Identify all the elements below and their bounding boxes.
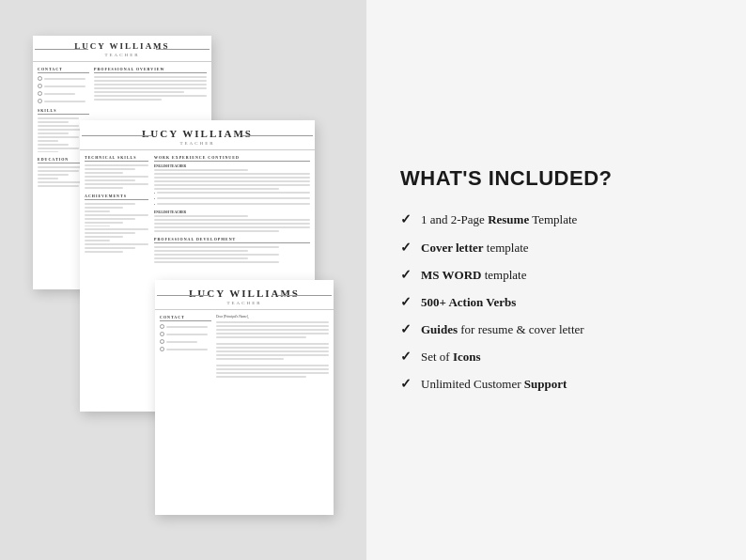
feature-item-guides: ✓ Guides for resume & cover letter — [400, 321, 712, 338]
resume-name-card1: LUCY WILLIAMS — [37, 41, 208, 51]
feature-list: ✓ 1 and 2-Page Resume Template ✓ Cover l… — [400, 211, 712, 393]
email-icon-cl — [160, 332, 164, 336]
skills-section-card1: SKILLS — [38, 108, 89, 115]
work-exp-card2: WORK EXPERIENCE CONTINUED — [154, 155, 310, 162]
feature-bold-resume: Resume — [488, 212, 529, 226]
email-icon — [38, 84, 42, 88]
checkmark-resume: ✓ — [400, 211, 412, 227]
feature-text-cover: Cover letter template — [421, 240, 529, 257]
checkmark-cover: ✓ — [400, 240, 412, 256]
checkmark-word: ✓ — [400, 267, 412, 283]
resume-title-card2: TEACHER — [85, 141, 309, 146]
feature-item-word: ✓ MS WORD template — [400, 267, 712, 284]
feature-text-icons: Set of Icons — [421, 349, 481, 366]
feature-bold-cover: Cover letter — [421, 241, 484, 255]
checkmark-verbs: ✓ — [400, 294, 412, 310]
checkmark-guides: ✓ — [400, 321, 412, 337]
feature-text-resume: 1 and 2-Page Resume Template — [421, 211, 577, 228]
feature-bold-icons: Icons — [453, 350, 481, 364]
checkmark-icons: ✓ — [400, 349, 412, 365]
feature-text-guides: Guides for resume & cover letter — [421, 321, 584, 338]
tech-skills-card2: TECHNICAL SKILLS — [85, 155, 148, 162]
resume-name-card3: LUCY WILLIAMS — [161, 288, 328, 299]
feature-item-support: ✓ Unlimited Customer Support — [400, 376, 712, 393]
location-icon — [38, 91, 42, 96]
contact-section-card1: CONTACT — [38, 67, 89, 73]
feature-text-word: MS WORD template — [421, 267, 526, 284]
contact-section-card3: CONTACT — [160, 315, 211, 321]
resume-stack: LUCY WILLIAMS TEACHER CONTACT SKILLS — [23, 26, 343, 534]
linkedin-icon-cl — [160, 347, 164, 351]
feature-bold-word: MS WORD — [421, 268, 481, 282]
resume-preview-panel: LUCY WILLIAMS TEACHER CONTACT SKILLS — [0, 0, 366, 560]
checkmark-support: ✓ — [400, 376, 412, 392]
features-panel: WHAT'S INCLUDED? ✓ 1 and 2-Page Resume T… — [366, 0, 746, 560]
resume-title-card1: TEACHER — [37, 53, 208, 57]
resume-title-card3: TEACHER — [161, 301, 328, 305]
feature-bold-support: Support — [524, 377, 567, 391]
prof-dev-card2: PROFESSIONAL DEVELOPMENT — [154, 237, 310, 243]
phone-icon-cl — [160, 324, 164, 329]
overview-section-card1: PROFESSIONAL OVERVIEW — [94, 67, 207, 73]
feature-item-verbs: ✓ 500+ Action Verbs — [400, 294, 712, 311]
feature-text-support: Unlimited Customer Support — [421, 376, 567, 393]
feature-bold-verbs: 500+ Action Verbs — [421, 295, 516, 309]
feature-item-cover: ✓ Cover letter template — [400, 240, 712, 257]
features-title: WHAT'S INCLUDED? — [400, 166, 712, 191]
phone-icon — [38, 76, 42, 81]
feature-bold-guides: Guides — [421, 322, 458, 336]
linkedin-icon — [38, 99, 42, 103]
achievements-card2: ACHIEVEMENTS — [85, 194, 148, 200]
feature-item-resume: ✓ 1 and 2-Page Resume Template — [400, 211, 712, 228]
feature-text-verbs: 500+ Action Verbs — [421, 294, 516, 311]
feature-item-icons: ✓ Set of Icons — [400, 349, 712, 366]
location-icon-cl — [160, 339, 164, 344]
cover-letter-card: LUCY WILLIAMS TEACHER CONTACT Dear [Prin… — [155, 280, 334, 515]
resume-name-card2: LUCY WILLIAMS — [85, 128, 309, 139]
